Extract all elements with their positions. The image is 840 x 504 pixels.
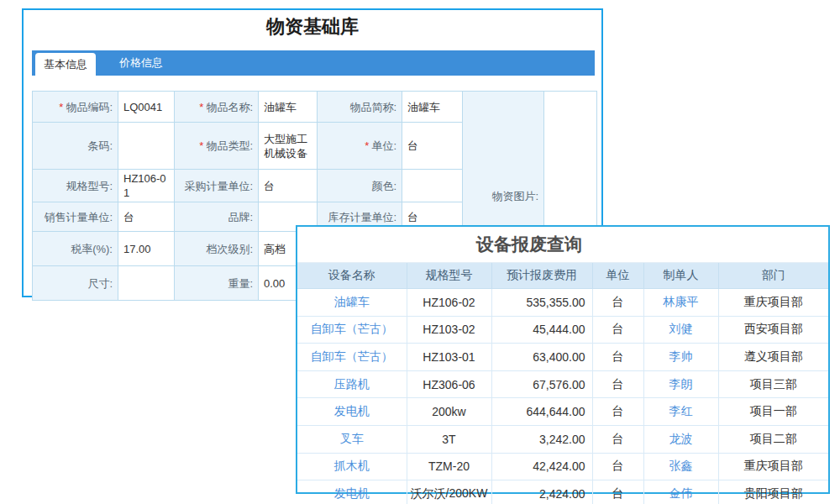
- unit-cell: 台: [592, 425, 643, 453]
- item-type-value: 大型施工机械设备: [259, 123, 318, 170]
- device-name-link[interactable]: 叉车: [297, 425, 407, 453]
- item-shortname-label: 物品简称:: [318, 92, 402, 123]
- creator-link[interactable]: 刘健: [643, 316, 718, 344]
- scrap-cost-cell: 644,644.00: [491, 398, 592, 426]
- scrap-cost-cell: 63,400.00: [491, 344, 592, 371]
- tab-basic-info[interactable]: 基本信息: [35, 53, 96, 76]
- unit-cell: 台: [592, 398, 643, 426]
- spec-model-cell: 沃尔沃/200KW: [407, 480, 491, 504]
- required-asterisk: *: [365, 139, 369, 152]
- item-code-value: LQ0041: [118, 92, 175, 123]
- scrap-cost-cell: 3,242.00: [491, 425, 592, 453]
- sales-unit-label: 销售计量单位:: [33, 202, 118, 232]
- item-shortname-value: 油罐车: [402, 92, 463, 123]
- device-name-link[interactable]: 发电机: [297, 398, 407, 426]
- purchase-unit-value: 台: [259, 170, 318, 202]
- table-row: 自卸车（芒古）HZ103-0245,444.00台刘健西安项目部: [297, 316, 828, 344]
- scrap-cost-cell: 42,424.00: [491, 453, 592, 480]
- spec-model-cell: HZ103-02: [407, 316, 491, 344]
- scrap-query-title: 设备报废查询: [297, 227, 828, 263]
- scrap-query-panel: 设备报废查询 设备名称规格型号预计报废费用单位制单人部门 油罐车HZ106-02…: [296, 225, 830, 494]
- item-name-value: 油罐车: [259, 92, 318, 123]
- unit-cell: 台: [592, 370, 643, 398]
- department-cell: 项目一部: [718, 398, 828, 426]
- color-label: 颜色:: [318, 170, 402, 202]
- device-name-link[interactable]: 发电机: [297, 480, 407, 504]
- department-cell: 西安项目部: [718, 316, 828, 344]
- brand-label: 品牌:: [175, 202, 259, 232]
- col-header-spec-model: 规格型号: [407, 263, 491, 289]
- grade-label: 档次级别:: [175, 232, 259, 266]
- spec-model-cell: 200kw: [407, 398, 491, 426]
- size-value: [118, 266, 175, 301]
- scrap-cost-cell: 535,355.00: [491, 289, 592, 317]
- creator-link[interactable]: 李红: [643, 398, 718, 426]
- required-asterisk: *: [59, 101, 63, 113]
- device-name-link[interactable]: 油罐车: [297, 289, 407, 317]
- col-header-unit: 单位: [592, 263, 643, 289]
- item-name-label: *物品名称:: [175, 92, 259, 123]
- material-base-title: 物资基础库: [24, 16, 601, 38]
- unit-label: *单位:: [318, 123, 402, 170]
- creator-link[interactable]: 金伟: [643, 480, 718, 504]
- unit-cell: 台: [592, 344, 643, 371]
- table-row: 油罐车HZ106-02535,355.00台林康平重庆项目部: [297, 289, 828, 317]
- weight-label: 重量:: [175, 266, 259, 301]
- device-name-link[interactable]: 自卸车（芒古）: [297, 316, 407, 344]
- barcode-label: 条码:: [33, 123, 118, 170]
- spec-model-cell: HZ106-02: [407, 289, 491, 317]
- color-value: [402, 170, 463, 202]
- scrap-cost-cell: 2,424.00: [491, 480, 592, 504]
- device-name-link[interactable]: 压路机: [297, 370, 407, 398]
- barcode-value: [118, 123, 175, 170]
- table-row: 压路机HZ306-0667,576.00台李朗项目三部: [297, 370, 828, 398]
- sales-unit-value: 台: [118, 202, 175, 232]
- unit-cell: 台: [592, 289, 643, 317]
- item-type-label: *物品类型:: [175, 123, 259, 170]
- department-cell: 项目二部: [718, 425, 828, 453]
- tax-rate-value: 17.00: [118, 232, 175, 266]
- spec-model-cell: TZM-20: [407, 453, 491, 480]
- table-row: 叉车3T3,242.00台龙波项目二部: [297, 425, 828, 453]
- item-code-label: *物品编码:: [33, 92, 118, 123]
- form-row: *物品编码:LQ0041*物品名称:油罐车物品简称:油罐车物资图片:: [33, 92, 597, 123]
- creator-link[interactable]: 李帅: [643, 344, 718, 371]
- tab-price-info[interactable]: 价格信息: [96, 50, 186, 76]
- creator-link[interactable]: 张鑫: [643, 453, 718, 480]
- unit-cell: 台: [592, 316, 643, 344]
- unit-cell: 台: [592, 480, 643, 504]
- col-header-creator: 制单人: [643, 263, 718, 289]
- scrap-cost-cell: 67,576.00: [491, 370, 592, 398]
- size-label: 尺寸:: [33, 266, 118, 301]
- creator-link[interactable]: 龙波: [643, 425, 718, 453]
- unit-value: 台: [402, 123, 463, 170]
- spec-model-cell: HZ306-06: [407, 370, 491, 398]
- required-asterisk: *: [199, 139, 203, 152]
- table-row: 发电机200kw644,644.00台李红项目一部: [297, 398, 828, 426]
- department-cell: 贵阳项目部: [718, 480, 828, 504]
- unit-cell: 台: [592, 453, 643, 480]
- department-cell: 遵义项目部: [718, 344, 828, 371]
- spec-model-cell: HZ103-01: [407, 344, 491, 371]
- col-header-department: 部门: [718, 263, 828, 289]
- scrap-cost-cell: 45,444.00: [491, 316, 592, 344]
- device-name-link[interactable]: 自卸车（芒古）: [297, 344, 407, 371]
- spec-model-value: HZ106-01: [118, 170, 175, 202]
- spec-model-label: 规格型号:: [33, 170, 118, 202]
- scrap-query-table: 设备名称规格型号预计报废费用单位制单人部门 油罐车HZ106-02535,355…: [297, 263, 828, 504]
- col-header-scrap-cost: 预计报废费用: [491, 263, 592, 289]
- department-cell: 项目三部: [718, 370, 828, 398]
- tab-bar: 基本信息 价格信息: [32, 50, 595, 76]
- table-row: 抓木机TZM-2042,424.00台张鑫重庆项目部: [297, 453, 828, 480]
- department-cell: 重庆项目部: [718, 453, 828, 480]
- tax-rate-label: 税率(%):: [33, 232, 118, 266]
- purchase-unit-label: 采购计量单位:: [175, 170, 259, 202]
- col-header-device-name: 设备名称: [297, 263, 407, 289]
- spec-model-cell: 3T: [407, 425, 491, 453]
- required-asterisk: *: [199, 101, 203, 113]
- device-name-link[interactable]: 抓木机: [297, 453, 407, 480]
- department-cell: 重庆项目部: [718, 289, 828, 317]
- creator-link[interactable]: 林康平: [643, 289, 718, 317]
- creator-link[interactable]: 李朗: [643, 370, 718, 398]
- table-row: 发电机沃尔沃/200KW2,424.00台金伟贵阳项目部: [297, 480, 828, 504]
